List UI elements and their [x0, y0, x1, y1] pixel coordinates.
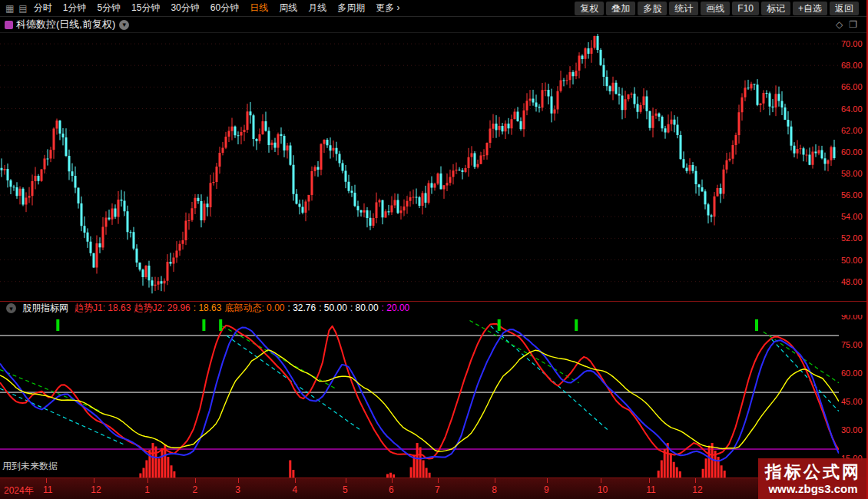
- indicator-chart[interactable]: [0, 315, 839, 478]
- month-tick: [346, 478, 346, 483]
- layout-grid-icon[interactable]: ▦: [5, 3, 14, 14]
- period-tab-周线[interactable]: 周线: [279, 2, 297, 15]
- toolbar-button-画线[interactable]: 画线: [701, 2, 730, 15]
- price-label-60: 60.00: [841, 147, 867, 157]
- toolbar-button-F10[interactable]: F10: [732, 2, 759, 15]
- indicator-name[interactable]: 股朋指标网: [22, 302, 68, 315]
- month-label-9[interactable]: 9: [544, 484, 549, 495]
- osc-label-30: 30.00: [841, 425, 867, 435]
- period-tab-30分钟[interactable]: 30分钟: [171, 2, 199, 15]
- period-tab-多周期[interactable]: 多周期: [337, 2, 365, 15]
- price-label-62: 62.00: [841, 126, 867, 135]
- indicator-value: : 20.00: [382, 302, 410, 313]
- month-tick: [601, 478, 601, 483]
- toolbar-button-叠加[interactable]: 叠加: [606, 2, 635, 15]
- toolbar-button-返回[interactable]: 返回: [830, 2, 859, 15]
- month-label-11[interactable]: 11: [43, 484, 52, 495]
- osc-label-60: 60.00: [841, 368, 867, 378]
- buy-signal-mark: [498, 319, 501, 331]
- month-tick: [46, 478, 47, 483]
- month-label-5[interactable]: 5: [343, 484, 348, 495]
- series-均线: [0, 350, 839, 451]
- indicator-value: : 80.00: [350, 302, 379, 313]
- kline-view-icon[interactable]: ▤: [18, 3, 27, 14]
- watermark: 指标公式网 www.zbgs3.com: [758, 458, 868, 499]
- price-label-52: 52.00: [841, 233, 867, 243]
- month-label-12[interactable]: 12: [692, 484, 702, 495]
- period-tab-1分钟[interactable]: 1分钟: [63, 2, 87, 15]
- down-candles: [1, 36, 836, 286]
- month-label-12[interactable]: 12: [91, 484, 101, 495]
- month-tick: [547, 478, 548, 483]
- indicator-value: : 50.00: [319, 302, 347, 313]
- indicator-value: 趋势J2: 29.96: [134, 302, 190, 313]
- period-tab-日线[interactable]: 日线: [250, 2, 268, 15]
- month-label-11[interactable]: 11: [646, 484, 655, 495]
- indicator-value: 趋势J1: 18.63: [75, 302, 131, 313]
- indicator-panel[interactable]: 用到未来数据 90.0075.0060.0045.0030.0015.00: [0, 315, 868, 478]
- osc-label-75: 75.00: [841, 340, 867, 349]
- month-tick: [392, 478, 393, 483]
- year-label: 2024年: [4, 484, 34, 497]
- buy-signal-mark: [56, 319, 59, 331]
- toolbar-button-多股[interactable]: 多股: [638, 2, 667, 15]
- month-tick: [195, 478, 196, 483]
- period-tab-15分钟[interactable]: 15分钟: [131, 2, 160, 15]
- osc-label-45: 45.00: [841, 397, 867, 406]
- indicator-value: 底部动态: 0.00: [224, 302, 284, 313]
- period-tab-分时[interactable]: 分时: [34, 2, 52, 15]
- buy-signal-mark: [755, 319, 758, 331]
- toolbar-button-+自选[interactable]: +自选: [793, 2, 827, 15]
- month-label-1[interactable]: 1: [144, 484, 150, 495]
- toolbar-button-标记[interactable]: 标记: [761, 2, 790, 15]
- toolbar-button-复权[interactable]: 复权: [575, 2, 604, 15]
- month-tick: [94, 478, 94, 483]
- month-label-7[interactable]: 7: [435, 484, 440, 495]
- chevron-down-icon[interactable]: ▾: [119, 20, 129, 30]
- period-tab-60分钟[interactable]: 60分钟: [210, 2, 239, 15]
- buy-signal-mark: [575, 319, 578, 331]
- title-bar: 科德数控(日线,前复权) ▾ ◇ ❐: [0, 17, 868, 33]
- stock-title: 科德数控(日线,前复权): [16, 18, 115, 31]
- up-wicks: [5, 36, 831, 292]
- indicator-header: ▾ 股朋指标网 趋势J1: 18.63趋势J2: 29.96: 18.63底部动…: [0, 301, 868, 315]
- month-label-3[interactable]: 3: [235, 484, 240, 495]
- watermark-url: www.zbgs3.com: [768, 482, 857, 496]
- price-label-70: 70.00: [841, 39, 867, 48]
- diamond-icon[interactable]: ◇: [836, 19, 843, 30]
- month-label-4[interactable]: 4: [292, 484, 297, 495]
- period-tab-更多 ›[interactable]: 更多 ›: [376, 2, 399, 15]
- month-label-6[interactable]: 6: [389, 484, 394, 495]
- buy-signal-mark: [219, 319, 222, 331]
- indicator-values: 趋势J1: 18.63趋势J2: 29.96: 18.63底部动态: 0.00:…: [75, 302, 412, 315]
- kline-panel[interactable]: 70.0068.0066.0064.0062.0060.0058.0056.00…: [0, 33, 868, 301]
- price-label-54: 54.00: [841, 212, 867, 221]
- buy-signal-mark: [202, 319, 205, 331]
- up-candles: [4, 36, 833, 286]
- trendline-group-0: [0, 326, 839, 445]
- month-tick: [295, 478, 296, 483]
- indicator-value: : 32.76: [287, 302, 316, 313]
- month-tick: [649, 478, 650, 483]
- date-axis[interactable]: 2024年 1112123456789101112: [0, 478, 868, 499]
- price-label-66: 66.00: [841, 82, 867, 91]
- month-label-8[interactable]: 8: [492, 484, 497, 495]
- window-icon[interactable]: ❐: [849, 19, 857, 30]
- period-tab-5分钟[interactable]: 5分钟: [97, 2, 121, 15]
- month-label-10[interactable]: 10: [598, 484, 608, 495]
- collapse-icon[interactable]: ▾: [6, 303, 16, 313]
- toolbar-button-统计[interactable]: 统计: [669, 2, 698, 15]
- app-window: ▦ ▤ 分时1分钟5分钟15分钟30分钟60分钟日线周线月线多周期更多 › 复权…: [0, 0, 868, 499]
- price-label-58: 58.00: [841, 169, 867, 178]
- month-tick: [695, 478, 696, 483]
- price-label-56: 56.00: [841, 190, 867, 200]
- grid-lines: [0, 44, 839, 282]
- watermark-site-name: 指标公式网: [765, 462, 861, 482]
- month-tick: [238, 478, 239, 483]
- kline-chart[interactable]: [0, 33, 839, 301]
- period-tabs: 分时1分钟5分钟15分钟30分钟60分钟日线周线月线多周期更多 ›: [34, 2, 400, 15]
- month-label-2[interactable]: 2: [192, 484, 197, 495]
- toolbar-actions: 复权叠加多股统计画线F10标记+自选返回: [575, 2, 865, 15]
- price-label-48: 48.00: [841, 277, 867, 286]
- period-tab-月线[interactable]: 月线: [308, 2, 326, 15]
